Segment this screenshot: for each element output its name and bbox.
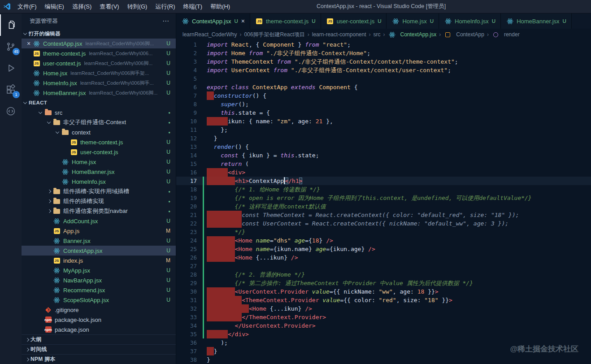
menu-item-1[interactable]: 编辑(E): [41, 0, 68, 13]
code-line[interactable]: 3import ThemeContext from "./非父子组件通信-Con…: [176, 57, 591, 66]
code-line[interactable]: 34</UserContext.Provider>: [176, 321, 591, 330]
code-line[interactable]: 21const ThemeContext = React.createConte…: [176, 211, 591, 219]
code-line[interactable]: 25<Home name={ikun.name} age={ikun.age} …: [176, 245, 591, 253]
explorer-icon[interactable]: [0, 14, 22, 36]
run-debug-icon[interactable]: [0, 57, 22, 79]
code-assistant-icon[interactable]: [0, 100, 22, 122]
open-editor-item[interactable]: JStheme-context.jslearnReact_CoderWhy\00…: [22, 48, 176, 58]
code-line[interactable]: 31<ThemeContext.Provider value={{ color:…: [176, 296, 591, 304]
tree-item[interactable]: JStheme-context.jsU: [22, 137, 176, 147]
code-line[interactable]: 22const UserContext = React.createContex…: [176, 219, 591, 228]
tree-item[interactable]: Home.jsxU: [22, 157, 176, 167]
breadcrumb-item[interactable]: learn-react-component: [312, 31, 366, 38]
tree-item[interactable]: JSuser-context.jsU: [22, 147, 176, 157]
tree-item[interactable]: context●: [22, 127, 176, 137]
editor-tab[interactable]: HomeBanner.jsxU: [501, 13, 572, 29]
more-actions-icon[interactable]: ⋯: [162, 17, 169, 25]
tree-item[interactable]: JSApp.jsM: [22, 226, 176, 236]
tree-item[interactable]: 组件通信案例类型navbar●: [22, 206, 176, 216]
tree-item[interactable]: MyApp.jsxU: [22, 265, 176, 275]
open-editors-header[interactable]: 打开的编辑器: [22, 29, 176, 39]
tree-item[interactable]: JSindex.jsM: [22, 256, 176, 265]
tree-item[interactable]: npmpackage-lock.json: [22, 315, 176, 325]
extensions-icon[interactable]: 1: [0, 79, 22, 100]
tree-item[interactable]: .gitignore: [22, 305, 176, 315]
code-line[interactable]: 35</div>: [176, 330, 591, 338]
code-line[interactable]: 7constructor() {: [176, 91, 591, 100]
sidebar-section-0[interactable]: 大纲: [22, 334, 176, 344]
breadcrumb-item[interactable]: ContextApp.jsx: [388, 30, 437, 39]
code-line[interactable]: 8super();: [176, 100, 591, 108]
code-line[interactable]: 24<Home name="dhs" age={18} />: [176, 236, 591, 245]
menu-item-2[interactable]: 选择(S): [68, 0, 96, 13]
code-line[interactable]: 28{/* 2. 普通的Home */}: [176, 270, 591, 279]
menu-item-3[interactable]: 查看(V): [96, 0, 123, 13]
open-editor-item[interactable]: HomeBanner.jsxlearnReact_CoderWhy\006脚..…: [22, 88, 176, 98]
code-line[interactable]: 26<Home {...ikun} />: [176, 253, 591, 262]
code-line[interactable]: 27: [176, 262, 591, 270]
close-editor-icon[interactable]: ×: [25, 40, 32, 47]
open-editor-item[interactable]: HomeInfo.jsxlearnReact_CoderWhy\006脚手...…: [22, 78, 176, 88]
code-line[interactable]: 19{/* open is error 因为Home 子组件用到了this.co…: [176, 194, 591, 202]
tree-item[interactable]: HomeInfo.jsxU: [22, 177, 176, 186]
open-editor-item[interactable]: JSuser-context.jslearnReact_CoderWhy\006…: [22, 58, 176, 68]
code-line[interactable]: 37}: [176, 347, 591, 355]
tree-item[interactable]: 组件的插槽实现●: [22, 196, 176, 206]
editor-tab[interactable]: Home.jsxU: [387, 13, 439, 29]
tree-item[interactable]: Banner.jsxU: [22, 236, 176, 246]
breadcrumb-item[interactable]: 006脚手架创建React项目: [244, 31, 304, 39]
tree-item[interactable]: HomeBanner.jsxU: [22, 167, 176, 177]
code-line[interactable]: 33</ThemeContext.Provider>: [176, 313, 591, 321]
code-line[interactable]: 10ikun: { name: "zm", age: 21 },: [176, 117, 591, 126]
tree-item[interactable]: Recommend.jsxU: [22, 285, 176, 295]
tree-item[interactable]: AddCount.jsxU: [22, 216, 176, 226]
editor-tab[interactable]: ContextApp.jsxU×: [176, 13, 250, 29]
tree-item[interactable]: ContextApp.jsxU: [22, 246, 176, 256]
code-line[interactable]: 9this.state = {: [176, 108, 591, 117]
menu-item-4[interactable]: 转到(G): [123, 0, 152, 13]
tree-item[interactable]: 组件插槽-实现作用域插槽●: [22, 186, 176, 196]
code-line[interactable]: 29{/* 第二步操作: 通过ThemeContext 中Provider 中v…: [176, 279, 591, 287]
editor-tab[interactable]: HomeInfo.jsxU: [439, 13, 501, 29]
editor-tab[interactable]: JSuser-context.jsU: [321, 13, 387, 29]
tree-item[interactable]: 非父子组件通信-Context●: [22, 117, 176, 127]
code-line[interactable]: 30<UserContext.Provider value={{ nickNam…: [176, 287, 591, 296]
breadcrumb-item[interactable]: ContextApp: [443, 30, 484, 39]
code-line[interactable]: 38}: [176, 355, 591, 364]
code-line[interactable]: 4import UserContext from "./非父子组件通信-Cont…: [176, 66, 591, 74]
code-line[interactable]: 32<Home {...ikun} />: [176, 304, 591, 313]
project-root-header[interactable]: REACT: [22, 98, 176, 108]
code-line[interactable]: 20{/* 这样写是使用context默认值: [176, 202, 591, 211]
code-line[interactable]: 6export class ContextApp extends Compone…: [176, 83, 591, 91]
code-line[interactable]: 11};: [176, 126, 591, 134]
code-line[interactable]: 36);: [176, 338, 591, 347]
code-line[interactable]: 12}: [176, 134, 591, 143]
open-editor-item[interactable]: ×ContextApp.jsxlearnReact_CoderWhy\006脚.…: [22, 39, 176, 48]
menu-item-0[interactable]: 文件(F): [13, 0, 41, 13]
code-line[interactable]: 23*/}: [176, 228, 591, 236]
code-line[interactable]: 16<div>: [176, 168, 591, 177]
tree-item[interactable]: ScopeSlotApp.jsxU: [22, 295, 176, 305]
code-line[interactable]: 5: [176, 74, 591, 83]
breadcrumb-item[interactable]: render: [491, 30, 520, 39]
editor-tab[interactable]: JStheme-context.jsU: [250, 13, 321, 29]
source-control-icon[interactable]: 45: [0, 36, 22, 57]
tree-item[interactable]: NavBarApp.jsxU: [22, 275, 176, 285]
open-editor-item[interactable]: Home.jsxlearnReact_CoderWhy\006脚手架...U: [22, 68, 176, 78]
tree-item[interactable]: npmpackage.json: [22, 325, 176, 334]
code-line[interactable]: 15return (: [176, 160, 591, 168]
code-line[interactable]: 13render() {: [176, 143, 591, 151]
code-line[interactable]: 2import Home from "./非父子组件通信-Context/Hom…: [176, 49, 591, 57]
code-line[interactable]: 17<h1>ContextApp</h1>: [176, 177, 591, 185]
breadcrumb-item[interactable]: learnReact_CoderWhy: [183, 31, 237, 38]
menu-item-6[interactable]: 终端(T): [179, 0, 206, 13]
tree-item[interactable]: src●: [22, 108, 176, 117]
menu-item-7[interactable]: 帮助(H): [206, 0, 234, 13]
sidebar-section-2[interactable]: NPM 脚本: [22, 354, 176, 364]
close-tab-icon[interactable]: ×: [241, 17, 245, 25]
code-line[interactable]: 18{/* 1. 给Home 传递数据 */}: [176, 185, 591, 194]
breadcrumb-item[interactable]: src: [374, 31, 381, 38]
sidebar-section-1[interactable]: 时间线: [22, 344, 176, 354]
menu-item-5[interactable]: 运行(R): [151, 0, 179, 13]
code-line[interactable]: 14const { ikun } = this.state;: [176, 151, 591, 160]
